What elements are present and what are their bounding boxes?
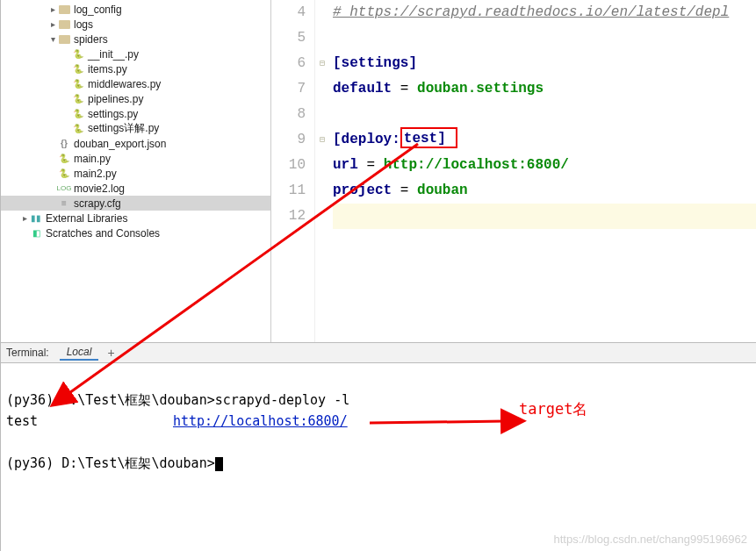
tree-item-label: log_config: [74, 4, 122, 16]
tree-item-label: douban_export.json: [74, 138, 166, 150]
tree-item[interactable]: ·🐍main2.py: [1, 166, 270, 181]
tree-item[interactable]: ·🐍pipelines.py: [1, 91, 270, 106]
code-line[interactable]: url = http://localhost:6800/: [333, 153, 756, 178]
tree-item-label: __init__.py: [88, 48, 139, 61]
deploy-url-link[interactable]: http://localhost:6800/: [173, 413, 348, 429]
fold-icon[interactable]: ⊟: [320, 135, 325, 145]
folder-icon: [57, 32, 71, 47]
tree-item-label: settings详解.py: [88, 121, 159, 136]
tree-item[interactable]: ·🐍middlewares.py: [1, 76, 270, 91]
tree-item-label: main.py: [74, 153, 111, 165]
line-number: 7: [271, 76, 306, 102]
scratch-icon: ◧: [29, 226, 43, 240]
terminal-tab-local[interactable]: Local: [60, 345, 99, 361]
tree-item-label: middlewares.py: [88, 78, 161, 90]
tree-item[interactable]: ·{}douban_export.json: [1, 136, 270, 151]
code-line[interactable]: [deploy:test]: [333, 127, 756, 153]
tree-item[interactable]: ▾spiders: [1, 32, 270, 47]
python-file-icon: 🐍: [71, 122, 85, 136]
library-icon: ▮▮: [29, 211, 43, 225]
line-number: 4: [271, 0, 306, 25]
project-tree[interactable]: ▸log_config▸logs▾spiders·🐍__init__.py·🐍i…: [1, 0, 271, 342]
tree-item-label: Scratches and Consoles: [46, 227, 160, 240]
tree-item[interactable]: ▸▮▮External Libraries: [1, 211, 270, 225]
add-terminal-icon[interactable]: +: [107, 346, 114, 360]
line-number-gutter: 456789101112: [271, 0, 315, 342]
tree-item-label: spiders: [74, 33, 108, 46]
python-file-icon: 🐍: [71, 47, 85, 61]
python-file-icon: 🐍: [71, 92, 85, 106]
terminal-label: Terminal:: [6, 347, 49, 359]
terminal-command: scrapyd-deploy -l: [215, 392, 350, 408]
code-area[interactable]: # https://scrapyd.readthedocs.io/en/late…: [329, 0, 756, 342]
tree-item-label: main2.py: [74, 168, 117, 180]
cfg-file-icon: ≡: [57, 197, 71, 211]
code-line[interactable]: [333, 25, 756, 51]
log-file-icon: LOG: [57, 182, 71, 196]
tree-item[interactable]: ·◧Scratches and Consoles: [1, 225, 270, 240]
line-number: 10: [271, 153, 306, 178]
tree-item-label: External Libraries: [46, 212, 127, 225]
tree-item-label: settings.py: [88, 108, 138, 120]
expand-icon[interactable]: ▸: [20, 213, 29, 223]
code-line[interactable]: [settings]: [333, 51, 756, 76]
tree-item[interactable]: ·🐍__init__.py: [1, 47, 270, 61]
python-file-icon: 🐍: [71, 107, 85, 121]
tree-item[interactable]: ·🐍settings详解.py: [1, 121, 270, 136]
expand-icon[interactable]: ▸: [48, 19, 57, 29]
terminal-prompt: (py36) D:\Test\框架\douban>: [6, 392, 215, 408]
watermark: https://blog.csdn.net/chang995196962: [554, 533, 747, 546]
code-line[interactable]: default = douban.settings: [333, 76, 756, 102]
code-editor[interactable]: 456789101112 ⊟ ⊟ # https://scrapyd.readt…: [271, 0, 756, 342]
python-file-icon: 🐍: [57, 152, 71, 166]
folder-icon: [57, 3, 71, 17]
terminal-prompt: (py36) D:\Test\框架\douban>: [6, 455, 215, 471]
line-number: 11: [271, 178, 306, 204]
deploy-target-name: test: [6, 411, 173, 432]
line-number: 8: [271, 102, 306, 127]
tree-item[interactable]: ·≡scrapy.cfg: [1, 196, 270, 211]
expand-icon[interactable]: ▸: [48, 4, 57, 14]
tree-item-label: pipelines.py: [88, 93, 143, 105]
tree-item[interactable]: ▸log_config: [1, 2, 270, 17]
line-number: 12: [271, 204, 306, 229]
tree-item-label: logs: [74, 18, 93, 31]
tree-item[interactable]: ·LOGmovie2.log: [1, 181, 270, 196]
line-number: 6: [271, 51, 306, 76]
code-line[interactable]: # https://scrapyd.readthedocs.io/en/late…: [333, 0, 756, 25]
folder-icon: [57, 18, 71, 32]
code-line[interactable]: project = douban: [333, 178, 756, 204]
code-line[interactable]: [333, 102, 756, 127]
terminal-tab-bar[interactable]: Terminal: Local +: [1, 342, 756, 363]
tree-item-label: scrapy.cfg: [74, 197, 121, 210]
python-file-icon: 🐍: [71, 62, 85, 76]
fold-icon[interactable]: ⊟: [320, 59, 325, 68]
tree-item[interactable]: ·🐍settings.py: [1, 106, 270, 121]
tree-item[interactable]: ·🐍items.py: [1, 61, 270, 76]
python-file-icon: 🐍: [71, 77, 85, 91]
python-file-icon: 🐍: [57, 167, 71, 181]
annotation-target-label: target名: [519, 399, 587, 419]
expand-icon[interactable]: ▾: [48, 34, 57, 44]
terminal-output[interactable]: (py36) D:\Test\框架\douban>scrapyd-deploy …: [1, 363, 756, 551]
line-number: 5: [271, 25, 306, 51]
json-file-icon: {}: [57, 137, 71, 151]
tree-item-label: movie2.log: [74, 182, 125, 195]
tree-item[interactable]: ▸logs: [1, 17, 270, 32]
deploy-target-highlight: test]: [400, 127, 458, 148]
code-line[interactable]: [333, 204, 756, 229]
tree-item-label: items.py: [88, 63, 127, 75]
fold-column[interactable]: ⊟ ⊟: [315, 0, 329, 342]
terminal-cursor-icon: [215, 457, 223, 471]
tree-item[interactable]: ·🐍main.py: [1, 151, 270, 166]
line-number: 9: [271, 127, 306, 153]
